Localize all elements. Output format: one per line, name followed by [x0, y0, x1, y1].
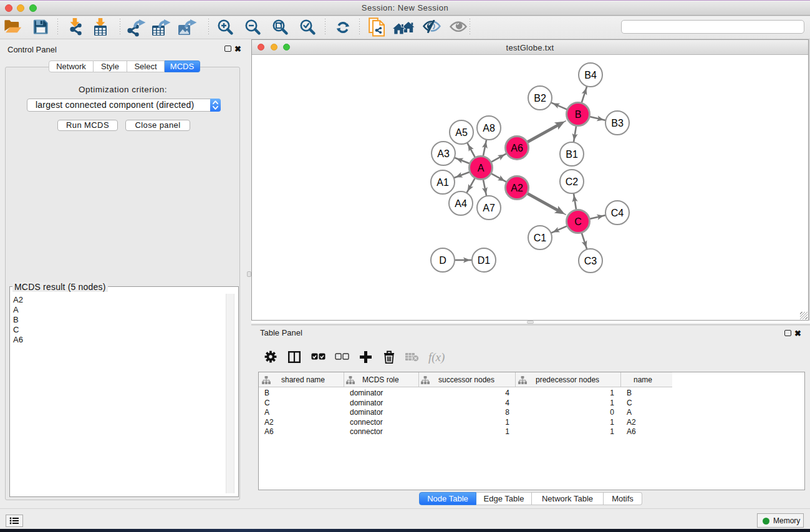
svg-text:C4: C4 — [611, 208, 624, 218]
svg-text:C2: C2 — [566, 177, 579, 187]
svg-text:A3: A3 — [437, 148, 450, 159]
svg-text:A1: A1 — [436, 177, 449, 188]
svg-text:A6: A6 — [511, 143, 523, 153]
svg-text:A2: A2 — [511, 183, 523, 193]
svg-text:D: D — [439, 255, 446, 266]
svg-text:B4: B4 — [584, 70, 597, 80]
svg-text:A8: A8 — [483, 123, 495, 133]
svg-text:A: A — [478, 163, 485, 173]
svg-text:B: B — [575, 109, 582, 120]
svg-text:A7: A7 — [483, 203, 495, 213]
svg-text:A4: A4 — [455, 198, 467, 209]
svg-text:B1: B1 — [566, 149, 578, 160]
svg-text:B2: B2 — [534, 93, 546, 104]
svg-text:C3: C3 — [584, 256, 597, 266]
svg-text:C: C — [574, 216, 582, 227]
svg-text:D1: D1 — [478, 255, 491, 266]
svg-text:B3: B3 — [611, 118, 624, 128]
svg-text:A5: A5 — [455, 127, 468, 138]
svg-text:C1: C1 — [534, 233, 547, 243]
